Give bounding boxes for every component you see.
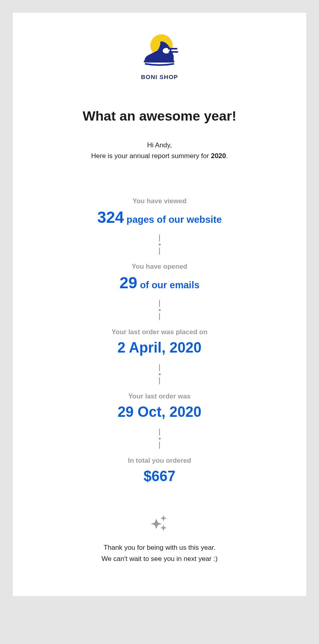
stat-suffix: of our emails bbox=[137, 279, 199, 290]
stat-number: 324 bbox=[97, 208, 124, 226]
stat-value: 29 Oct, 2020 bbox=[29, 404, 290, 420]
brand-name: BONI SHOP bbox=[29, 73, 290, 80]
stat-label: You have viewed bbox=[29, 197, 290, 205]
closing-line-1: Thank you for being with us this year. bbox=[104, 544, 216, 551]
connector-icon bbox=[29, 428, 290, 449]
stat-total: In total you ordered $667 bbox=[29, 457, 290, 485]
intro-year: 2020 bbox=[211, 152, 226, 160]
shoe-logo-icon bbox=[138, 33, 181, 70]
sparkles-icon bbox=[29, 513, 290, 534]
intro-text: Hi Andy, Here is your annual report summ… bbox=[29, 140, 290, 161]
stat-suffix: pages of our website bbox=[124, 214, 222, 225]
email-card: BONI SHOP What an awesome year! Hi Andy,… bbox=[13, 13, 306, 596]
stats-list: You have viewed 324 pages of our website… bbox=[29, 197, 290, 485]
stat-label: Your last order was bbox=[29, 392, 290, 400]
stat-pages: You have viewed 324 pages of our website bbox=[29, 197, 290, 226]
stat-value: 324 pages of our website bbox=[29, 208, 290, 226]
closing-line-2: We can't wait to see you in next year :) bbox=[101, 555, 217, 563]
stat-first-order: Your last order was placed on 2 April, 2… bbox=[29, 328, 290, 356]
intro-suffix: . bbox=[226, 152, 228, 160]
stat-label: Your last order was placed on bbox=[29, 328, 290, 336]
logo-block: BONI SHOP bbox=[29, 33, 290, 80]
stat-label: You have opened bbox=[29, 263, 290, 271]
connector-icon bbox=[29, 364, 290, 384]
stat-value: 29 of our emails bbox=[29, 274, 290, 292]
stat-number: 29 bbox=[120, 274, 138, 291]
page-headline: What an awesome year! bbox=[29, 108, 290, 124]
intro-prefix: Here is your annual report summery for bbox=[91, 152, 211, 160]
stat-last-order: Your last order was 29 Oct, 2020 bbox=[29, 392, 290, 420]
stat-value: 2 April, 2020 bbox=[29, 339, 290, 356]
stat-label: In total you ordered bbox=[29, 457, 290, 465]
connector-icon bbox=[29, 300, 290, 320]
closing-text: Thank you for being with us this year. W… bbox=[29, 542, 290, 564]
greeting: Hi Andy, bbox=[147, 141, 172, 149]
stat-emails: You have opened 29 of our emails bbox=[29, 263, 290, 292]
stat-value: $667 bbox=[29, 468, 290, 485]
connector-icon bbox=[29, 234, 290, 255]
